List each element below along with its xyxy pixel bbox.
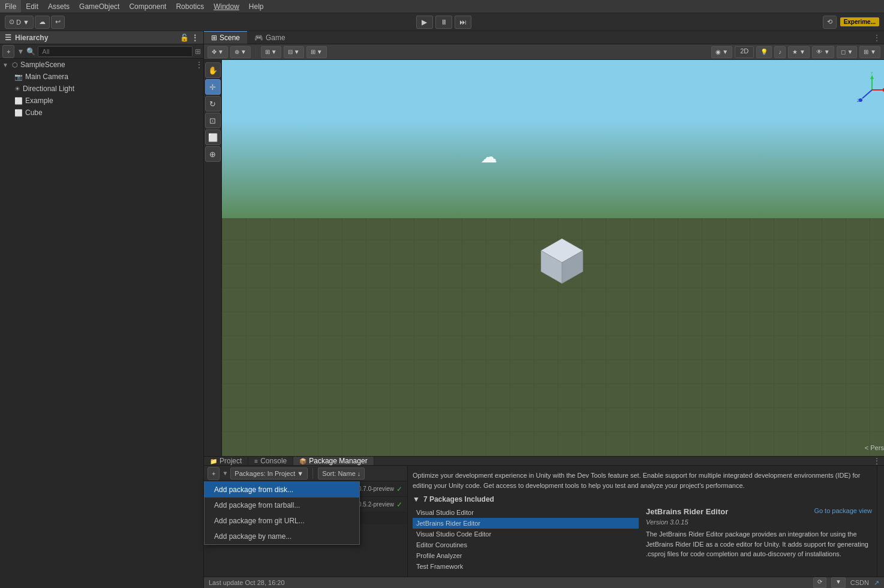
- bottom-more-icon[interactable]: ⋮: [873, 457, 880, 465]
- pkg-divider: [312, 468, 313, 479]
- triangle-icon: ▼: [413, 495, 420, 503]
- scene-more-icon[interactable]: ⋮: [195, 60, 203, 70]
- hierarchy-main-camera[interactable]: 📷 Main Camera: [0, 71, 203, 83]
- audio-btn[interactable]: ♪: [774, 46, 786, 58]
- menu-help[interactable]: Help: [244, 0, 269, 13]
- hierarchy-cube[interactable]: ⬜ Cube: [0, 107, 203, 119]
- menu-gameobject[interactable]: GameObject: [74, 0, 124, 13]
- game-tab-icon: 🎮: [254, 34, 263, 42]
- transform-tool[interactable]: ⊕: [205, 146, 221, 162]
- included-visual-studio[interactable]: Visual Studio Editor: [413, 507, 639, 518]
- refresh-button[interactable]: ⟳: [813, 577, 826, 588]
- menu-component[interactable]: Component: [124, 0, 171, 13]
- csdn-link[interactable]: ↗: [874, 579, 879, 587]
- bottom-panels: 📁 Project ≡ Console 📦 Package Manager ⋮: [204, 456, 884, 588]
- hierarchy-add-button[interactable]: +: [2, 45, 14, 58]
- scene-viewport[interactable]: ✋ ✛ ↻ ⊡ ⬜ ⊕ ☁: [204, 60, 884, 456]
- filter-icon[interactable]: ⊞: [195, 47, 201, 56]
- scale-tool[interactable]: ⊡: [205, 113, 221, 128]
- visibility-btn[interactable]: 👁 ▼: [812, 46, 834, 58]
- scene-tab-icon: ⊞: [211, 34, 217, 42]
- scrollbar[interactable]: [877, 466, 884, 577]
- detail-pkg-name: JetBrains Rider Editor: [646, 507, 728, 516]
- download-button[interactable]: ▼: [831, 577, 846, 588]
- render-mode-btn[interactable]: ◉ ▼: [711, 46, 733, 58]
- scene-more-icon[interactable]: ⋮: [873, 34, 880, 42]
- included-vscode[interactable]: Visual Studio Code Editor: [413, 529, 639, 539]
- hierarchy-toolbar: + ▼ 🔍 ⊞: [0, 44, 203, 59]
- hand-tool[interactable]: ✋: [205, 62, 221, 78]
- included-jetbrains[interactable]: JetBrains Rider Editor: [413, 518, 639, 529]
- light-btn[interactable]: 💡: [756, 46, 772, 58]
- rect-tool[interactable]: ⬜: [205, 129, 221, 145]
- pause-button[interactable]: ⏸: [435, 16, 452, 29]
- sort-dropdown[interactable]: Sort: Name ↓: [318, 468, 365, 480]
- hierarchy-directional-light[interactable]: ☀ Directional Light: [0, 83, 203, 95]
- pkg-urdf-version: 0.5.2-preview: [358, 501, 394, 508]
- scene-root-item[interactable]: ▼ ⬡ SampleScene ⋮: [0, 59, 203, 71]
- svg-text:Z: Z: [857, 98, 860, 103]
- account-group: ⊙ D ▼ ☁ ↩: [5, 16, 65, 29]
- account-button[interactable]: ⊙ D ▼: [5, 16, 34, 29]
- menu-edit[interactable]: Edit: [21, 0, 43, 13]
- tab-project[interactable]: 📁 Project: [204, 457, 248, 465]
- step-button[interactable]: ⏭: [455, 16, 471, 29]
- tab-package-manager[interactable]: 📦 Package Manager: [293, 457, 374, 465]
- move-tool[interactable]: ✛: [205, 79, 221, 95]
- transform-tool-btn[interactable]: ✥ ▼: [208, 46, 228, 58]
- fx-btn[interactable]: ★ ▼: [788, 46, 810, 58]
- package-detail-panel: Optimize your development experience in …: [408, 466, 877, 577]
- hierarchy-header: ☰ Hierarchy 🔓 ⋮: [0, 31, 203, 44]
- add-package-name[interactable]: Add package by name...: [205, 529, 359, 544]
- package-toolbar: + ▼ Packages: In Project ▼ Sort: Name ↓: [204, 466, 407, 481]
- gizmo-btn[interactable]: ⊞ ▼: [306, 46, 327, 58]
- package-manager-content: + ▼ Packages: In Project ▼ Sort: Name ↓: [204, 466, 884, 577]
- hierarchy-arrow: ▼: [17, 47, 24, 56]
- included-profile-analyzer[interactable]: Profile Analyzer: [413, 550, 639, 561]
- hierarchy-example[interactable]: ⬜ Example: [0, 95, 203, 107]
- pivot-btn[interactable]: ⊕ ▼: [230, 46, 251, 58]
- 2d-btn[interactable]: 2D: [735, 46, 754, 58]
- included-editor-coroutines[interactable]: Editor Coroutines: [413, 539, 639, 550]
- play-button[interactable]: ▶: [416, 16, 433, 29]
- undo-button[interactable]: ↩: [51, 16, 65, 29]
- cube-icon: ⬜: [14, 109, 23, 117]
- tab-game[interactable]: 🎮 Game: [247, 31, 293, 44]
- console-icon: ≡: [254, 458, 258, 465]
- go-to-package-view-link[interactable]: Go to package view: [814, 507, 872, 514]
- project-icon: 📁: [210, 458, 217, 465]
- add-package-git[interactable]: Add package from git URL...: [205, 513, 359, 529]
- scene-name: SampleScene: [20, 61, 65, 69]
- history-button[interactable]: ⟲: [823, 16, 837, 29]
- included-test-framework[interactable]: Test Framework: [413, 561, 639, 572]
- hierarchy-more-icon[interactable]: ⋮: [191, 34, 199, 42]
- menu-bar: File Edit Assets GameObject Component Ro…: [0, 0, 884, 13]
- tab-scene[interactable]: ⊞ Scene: [204, 31, 247, 44]
- cloud-button[interactable]: ☁: [35, 16, 50, 29]
- svg-marker-4: [870, 75, 874, 79]
- tab-console[interactable]: ≡ Console: [248, 457, 293, 465]
- aspect-btn[interactable]: ◻ ▼: [837, 46, 858, 58]
- scene-arrow: ▼: [2, 62, 10, 68]
- add-package-tarball[interactable]: Add package from tarball...: [205, 497, 359, 513]
- scene-cloud: ☁: [480, 147, 497, 167]
- playback-controls: ▶ ⏸ ⏭: [68, 16, 819, 29]
- menu-window[interactable]: Window: [209, 0, 244, 13]
- grid-btn[interactable]: ⊞ ▼: [261, 46, 281, 58]
- pkg-add-button[interactable]: +: [208, 467, 220, 480]
- project-label: Project: [220, 457, 242, 465]
- menu-assets[interactable]: Assets: [43, 0, 74, 13]
- add-package-dropdown-menu: Add package from disk... Add package fro…: [204, 481, 360, 545]
- account-arrow: ▼: [23, 19, 29, 26]
- example-label: Example: [25, 97, 53, 105]
- menu-file[interactable]: File: [0, 0, 21, 13]
- snap-btn[interactable]: ⊟ ▼: [284, 46, 304, 58]
- rotate-tool[interactable]: ↻: [205, 96, 221, 111]
- hierarchy-search-input[interactable]: [38, 46, 193, 57]
- render2-btn[interactable]: ⊞ ▼: [859, 46, 880, 58]
- included-packages-list: Visual Studio Editor JetBrains Rider Edi…: [413, 507, 872, 572]
- add-package-disk[interactable]: Add package from disk...: [205, 482, 359, 497]
- packages-in-project-dropdown[interactable]: Packages: In Project ▼: [230, 468, 308, 480]
- menu-robotics[interactable]: Robotics: [171, 0, 209, 13]
- hierarchy-lock-icon[interactable]: 🔓: [180, 34, 189, 42]
